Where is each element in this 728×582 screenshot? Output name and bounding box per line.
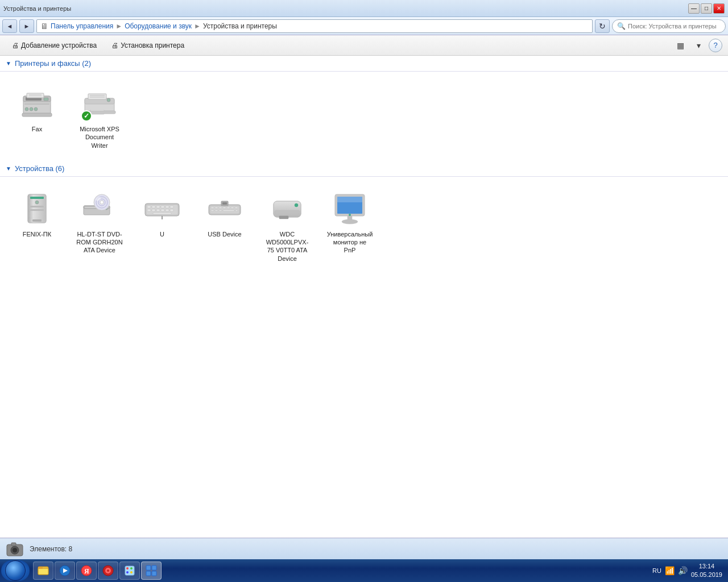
svg-rect-48 bbox=[166, 209, 169, 211]
taskbar-control-panel-button[interactable] bbox=[141, 562, 162, 580]
tray-volume-icon: 🔊 bbox=[678, 566, 688, 575]
clock-time: 13:14 bbox=[691, 562, 722, 571]
window-controls: — □ ✕ bbox=[688, 3, 725, 14]
taskbar-explorer-button[interactable] bbox=[33, 562, 53, 580]
status-bar: Элементов: 8 bbox=[0, 538, 728, 559]
svg-point-9 bbox=[30, 107, 33, 111]
device-item-usb[interactable]: USB Device bbox=[199, 186, 250, 240]
title-bar: Устройства и принтеры — □ ✕ bbox=[0, 0, 728, 17]
svg-rect-100 bbox=[146, 571, 151, 576]
svg-rect-46 bbox=[156, 209, 160, 211]
svg-rect-25 bbox=[30, 209, 44, 211]
clock-display: 13:14 05.05.2019 bbox=[691, 562, 722, 580]
camera-icon bbox=[6, 540, 24, 558]
add-device-icon: 🖨 bbox=[12, 41, 19, 49]
add-device-button[interactable]: 🖨 Добавление устройства bbox=[6, 38, 103, 53]
svg-rect-43 bbox=[170, 206, 173, 208]
minimize-button[interactable]: — bbox=[688, 3, 700, 14]
hdd-icon bbox=[269, 190, 305, 226]
device-item-wdc[interactable]: WDC WD5000LPVX-75 V0TT0 ATA Device bbox=[262, 186, 313, 265]
monitor-icon bbox=[332, 190, 368, 226]
close-button[interactable]: ✕ bbox=[713, 3, 725, 14]
taskbar-paint-button[interactable] bbox=[119, 562, 140, 580]
tray-network-icon: 📶 bbox=[665, 566, 675, 575]
yandex-icon: Я bbox=[80, 564, 93, 577]
svg-rect-49 bbox=[170, 209, 173, 211]
view-dropdown-button[interactable]: ▾ bbox=[690, 38, 706, 53]
svg-rect-5 bbox=[29, 94, 42, 95]
keyboard-icon bbox=[144, 190, 180, 226]
view-options-button[interactable]: ▦ bbox=[672, 38, 688, 53]
svg-rect-72 bbox=[279, 216, 288, 219]
svg-rect-42 bbox=[166, 206, 169, 208]
svg-rect-101 bbox=[152, 571, 156, 576]
maximize-button[interactable]: □ bbox=[701, 3, 712, 14]
window-title: Устройства и принтеры bbox=[3, 5, 71, 12]
svg-rect-54 bbox=[211, 207, 214, 209]
breadcrumb-sep-1: ► bbox=[115, 22, 122, 30]
printers-section-header[interactable]: ▼ Принтеры и факсы (2) bbox=[0, 56, 728, 72]
svg-text:Я: Я bbox=[84, 567, 89, 575]
dvd-label: HL-DT-ST DVD-ROM GDRH20N ATA Device bbox=[76, 230, 123, 255]
wdc-label: WDC WD5000LPVX-75 V0TT0 ATA Device bbox=[264, 230, 311, 263]
svg-rect-58 bbox=[227, 207, 230, 209]
search-box[interactable]: 🔍 bbox=[612, 19, 726, 33]
breadcrumb-hardware[interactable]: Оборудование и звук bbox=[125, 22, 192, 30]
device-item-dvd[interactable]: HL-DT-ST DVD-ROM GDRH20N ATA Device bbox=[74, 186, 125, 257]
clock-date: 05.05.2019 bbox=[691, 571, 722, 579]
keyboard-u-label: U bbox=[160, 230, 164, 238]
main-content: ▼ Принтеры и факсы (2) bbox=[0, 56, 728, 538]
taskbar-antivirus-button[interactable] bbox=[98, 562, 118, 580]
svg-rect-24 bbox=[30, 206, 44, 207]
antivirus-icon bbox=[101, 564, 115, 577]
device-item-monitor[interactable]: Универсальный монитор не PnP bbox=[324, 186, 375, 257]
svg-point-95 bbox=[130, 567, 133, 569]
svg-point-97 bbox=[130, 571, 133, 573]
svg-rect-59 bbox=[231, 207, 234, 209]
fenix-label: FENIX-ПК bbox=[23, 230, 51, 238]
device-item-xps[interactable]: ✓ Microsoft XPS Document Writer bbox=[74, 81, 125, 152]
device-item-fenix[interactable]: FENIX-ПК bbox=[11, 186, 63, 240]
install-printer-icon: 🖨 bbox=[111, 41, 118, 49]
svg-rect-56 bbox=[219, 207, 222, 209]
device-item-fax[interactable]: Fax bbox=[11, 81, 63, 135]
status-count: Элементов: 8 bbox=[30, 545, 72, 553]
svg-point-94 bbox=[126, 567, 129, 569]
help-button[interactable]: ? bbox=[709, 39, 722, 52]
toolbar: 🖨 Добавление устройства 🖨 Установка прин… bbox=[0, 35, 728, 56]
svg-rect-50 bbox=[153, 213, 171, 214]
usb-device-icon bbox=[206, 190, 243, 226]
svg-point-77 bbox=[342, 219, 358, 224]
svg-point-18 bbox=[107, 98, 110, 102]
breadcrumb-control-panel[interactable]: Панель управления bbox=[51, 22, 113, 30]
dvd-icon-container bbox=[80, 188, 119, 228]
svg-rect-39 bbox=[152, 206, 155, 208]
search-input[interactable] bbox=[628, 23, 721, 30]
device-item-keyboard-u[interactable]: U bbox=[136, 186, 188, 240]
svg-rect-16 bbox=[90, 97, 105, 98]
taskbar-yandex-button[interactable]: Я bbox=[76, 562, 97, 580]
svg-rect-67 bbox=[222, 202, 227, 205]
svg-rect-47 bbox=[161, 209, 164, 211]
svg-point-23 bbox=[35, 201, 39, 204]
svg-rect-40 bbox=[156, 206, 160, 208]
devices-section-header[interactable]: ▼ Устройства (6) bbox=[0, 161, 728, 177]
start-button[interactable] bbox=[1, 560, 30, 581]
svg-point-92 bbox=[107, 569, 109, 572]
fax-icon bbox=[19, 85, 55, 121]
back-button[interactable]: ◄ bbox=[2, 19, 17, 33]
tray-lang: RU bbox=[652, 567, 661, 574]
forward-button[interactable]: ► bbox=[19, 19, 34, 33]
install-printer-button[interactable]: 🖨 Установка принтера bbox=[105, 38, 191, 53]
printers-arrow-icon: ▼ bbox=[6, 60, 11, 66]
address-bar: ◄ ► 🖥 Панель управления ► Оборудование и… bbox=[0, 17, 728, 35]
taskbar-media-button[interactable] bbox=[55, 562, 75, 580]
svg-rect-55 bbox=[215, 207, 218, 209]
refresh-button[interactable]: ↻ bbox=[595, 19, 610, 33]
svg-rect-7 bbox=[44, 98, 48, 101]
svg-rect-6 bbox=[29, 95, 42, 96]
taskbar: Я bbox=[0, 559, 728, 582]
system-tray: RU 📶 🔊 13:14 05.05.2019 bbox=[652, 562, 727, 580]
printers-section-title: Принтеры и факсы (2) bbox=[15, 59, 91, 68]
keyboard-u-icon-container bbox=[142, 188, 182, 228]
